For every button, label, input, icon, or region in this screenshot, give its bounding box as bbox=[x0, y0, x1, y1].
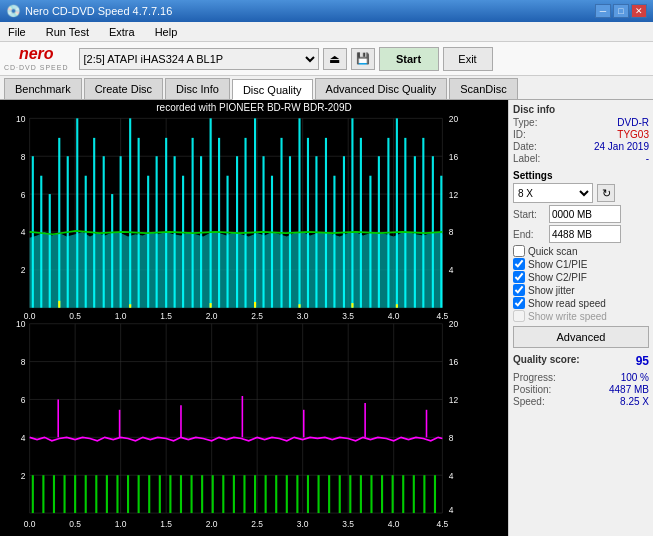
date-val: 24 Jan 2019 bbox=[594, 141, 649, 152]
svg-text:3.0: 3.0 bbox=[297, 519, 309, 529]
svg-rect-73 bbox=[360, 138, 362, 308]
tab-scandisc[interactable]: ScanDisc bbox=[449, 78, 517, 99]
svg-rect-63 bbox=[271, 176, 273, 308]
jitter-checkbox[interactable] bbox=[513, 284, 525, 296]
tab-disc-quality[interactable]: Disc Quality bbox=[232, 79, 313, 100]
svg-rect-117 bbox=[243, 475, 245, 513]
jitter-row[interactable]: Show jitter bbox=[513, 284, 649, 296]
read-speed-checkbox[interactable] bbox=[513, 297, 525, 309]
start-button[interactable]: Start bbox=[379, 47, 439, 71]
type-val: DVD-R bbox=[617, 117, 649, 128]
svg-text:20: 20 bbox=[449, 113, 458, 123]
svg-rect-83 bbox=[58, 301, 60, 308]
svg-rect-47 bbox=[129, 118, 131, 307]
date-row: Date: 24 Jan 2019 bbox=[513, 141, 649, 152]
svg-text:0.0: 0.0 bbox=[24, 311, 36, 321]
svg-rect-114 bbox=[212, 475, 214, 513]
tab-disc-info[interactable]: Disc Info bbox=[165, 78, 230, 99]
svg-rect-120 bbox=[275, 475, 277, 513]
menu-extra[interactable]: Extra bbox=[105, 26, 139, 38]
svg-rect-51 bbox=[165, 138, 167, 308]
title-bar-controls[interactable]: ─ □ ✕ bbox=[595, 4, 647, 18]
svg-rect-39 bbox=[58, 138, 60, 308]
drive-select[interactable]: [2:5] ATAPI iHAS324 A BL1P bbox=[79, 48, 319, 70]
advanced-button[interactable]: Advanced bbox=[513, 326, 649, 348]
toolbar: nero CD·DVD SPEED [2:5] ATAPI iHAS324 A … bbox=[0, 42, 653, 76]
type-key: Type: bbox=[513, 117, 537, 128]
c2pif-row[interactable]: Show C2/PIF bbox=[513, 271, 649, 283]
progress-val: 100 % bbox=[621, 372, 649, 383]
svg-text:10: 10 bbox=[16, 113, 25, 123]
tab-benchmark[interactable]: Benchmark bbox=[4, 78, 82, 99]
end-input[interactable] bbox=[549, 225, 621, 243]
progress-section: Progress: 100 % Position: 4487 MB Speed:… bbox=[513, 372, 649, 407]
svg-rect-130 bbox=[381, 475, 383, 513]
svg-text:4: 4 bbox=[449, 470, 454, 480]
svg-rect-70 bbox=[333, 176, 335, 308]
refresh-button[interactable]: ↻ bbox=[597, 184, 615, 202]
svg-rect-128 bbox=[360, 475, 362, 513]
svg-rect-61 bbox=[254, 118, 256, 307]
svg-text:4: 4 bbox=[21, 432, 26, 442]
menu-file[interactable]: File bbox=[4, 26, 30, 38]
svg-rect-89 bbox=[396, 304, 398, 307]
eject-icon[interactable]: ⏏ bbox=[323, 48, 347, 70]
svg-text:0.5: 0.5 bbox=[69, 519, 81, 529]
svg-text:4.5: 4.5 bbox=[437, 311, 449, 321]
svg-text:2.5: 2.5 bbox=[251, 311, 263, 321]
write-speed-checkbox[interactable] bbox=[513, 310, 525, 322]
svg-rect-135 bbox=[434, 475, 436, 513]
svg-rect-101 bbox=[74, 475, 76, 513]
minimize-button[interactable]: ─ bbox=[595, 4, 611, 18]
c1pie-row[interactable]: Show C1/PIE bbox=[513, 258, 649, 270]
quick-scan-row[interactable]: Quick scan bbox=[513, 245, 649, 257]
label-val: - bbox=[646, 153, 649, 164]
tab-advanced-disc-quality[interactable]: Advanced Disc Quality bbox=[315, 78, 448, 99]
settings-label: Settings bbox=[513, 170, 649, 181]
svg-rect-115 bbox=[222, 475, 224, 513]
exit-button[interactable]: Exit bbox=[443, 47, 493, 71]
menu-help[interactable]: Help bbox=[151, 26, 182, 38]
svg-text:3.5: 3.5 bbox=[342, 519, 354, 529]
speed-label-2: Speed: bbox=[513, 396, 545, 407]
svg-text:6: 6 bbox=[21, 395, 26, 405]
date-key: Date: bbox=[513, 141, 537, 152]
start-input[interactable] bbox=[549, 205, 621, 223]
svg-rect-82 bbox=[440, 176, 442, 308]
svg-rect-105 bbox=[116, 475, 118, 513]
svg-text:8: 8 bbox=[21, 151, 26, 161]
svg-rect-134 bbox=[423, 475, 425, 513]
svg-text:1.5: 1.5 bbox=[160, 311, 172, 321]
logo-text: nero bbox=[19, 46, 54, 62]
menu-run-test[interactable]: Run Test bbox=[42, 26, 93, 38]
position-row: Position: 4487 MB bbox=[513, 384, 649, 395]
c2pif-label: Show C2/PIF bbox=[528, 272, 587, 283]
svg-rect-64 bbox=[280, 138, 282, 308]
save-icon[interactable]: 💾 bbox=[351, 48, 375, 70]
speed-row[interactable]: 8 X ↻ bbox=[513, 183, 649, 203]
svg-text:4: 4 bbox=[21, 227, 26, 237]
svg-text:8: 8 bbox=[449, 432, 454, 442]
svg-rect-42 bbox=[85, 176, 87, 308]
svg-text:2.0: 2.0 bbox=[206, 311, 218, 321]
c2pif-checkbox[interactable] bbox=[513, 271, 525, 283]
speed-select[interactable]: 8 X bbox=[513, 183, 593, 203]
maximize-button[interactable]: □ bbox=[613, 4, 629, 18]
close-button[interactable]: ✕ bbox=[631, 4, 647, 18]
c1pie-checkbox[interactable] bbox=[513, 258, 525, 270]
svg-rect-60 bbox=[244, 138, 246, 308]
svg-rect-59 bbox=[236, 156, 238, 307]
svg-text:8: 8 bbox=[21, 357, 26, 367]
tab-create-disc[interactable]: Create Disc bbox=[84, 78, 163, 99]
label-row: Label: - bbox=[513, 153, 649, 164]
svg-rect-41 bbox=[76, 118, 78, 307]
svg-text:12: 12 bbox=[449, 395, 458, 405]
read-speed-row[interactable]: Show read speed bbox=[513, 297, 649, 309]
svg-rect-132 bbox=[402, 475, 404, 513]
svg-text:16: 16 bbox=[449, 151, 458, 161]
svg-rect-111 bbox=[180, 475, 182, 513]
svg-rect-43 bbox=[93, 138, 95, 308]
quick-scan-checkbox[interactable] bbox=[513, 245, 525, 257]
svg-text:1.0: 1.0 bbox=[115, 311, 127, 321]
id-key: ID: bbox=[513, 129, 526, 140]
